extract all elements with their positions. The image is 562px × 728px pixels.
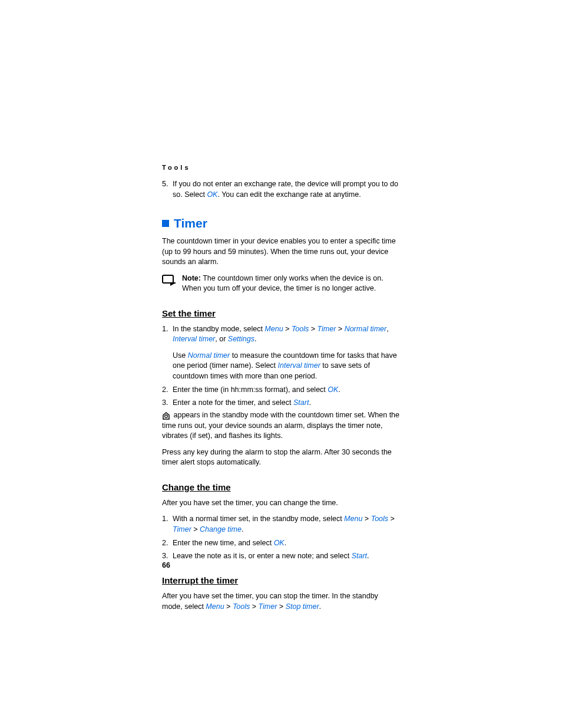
timer-indicator-icon [162,411,170,420]
list-item: 1. In the standby mode, select Menu > To… [162,324,401,382]
paragraph: Press any key during the alarm to stop t… [162,447,401,468]
list-text: In the standby mode, select Menu > Tools… [173,324,401,382]
link-menu[interactable]: Menu [344,515,362,523]
page-number: 66 [162,561,170,569]
text: > [336,325,344,333]
note-label: Note: [182,274,201,282]
link-start[interactable]: Start [293,398,309,407]
list-item: 2. Enter the new time, and select OK. [162,538,401,549]
list-item: 3. Leave the note as it is, or enter a n… [162,551,401,562]
link-menu[interactable]: Menu [206,602,224,611]
text: . [242,525,243,533]
text: > [388,515,395,523]
text: . [309,398,310,407]
list-number: 3. [162,551,173,562]
text: , or [215,335,228,343]
link-timer[interactable]: Timer [318,325,336,333]
text: Use [173,351,188,360]
link-timer[interactable]: Timer [259,602,277,611]
text: Enter a note for the timer, and select [173,398,293,407]
link-ok[interactable]: OK [328,386,338,394]
text: , [386,325,388,333]
text: > [309,325,317,333]
text: . [285,539,286,547]
list-text: Enter a note for the timer, and select S… [173,398,401,409]
list-text: Enter the time (in hh:mm:ss format), and… [173,385,401,396]
link-timer[interactable]: Timer [173,525,191,533]
list-text: With a normal timer set, in the standby … [173,514,401,535]
list-number: 1. [162,324,173,382]
subheading-change-time: Change the time [162,482,401,492]
text: Enter the new time, and select [173,539,274,547]
paragraph: After you have set the timer, you can st… [162,591,401,612]
link-interval-timer[interactable]: Interval timer [278,361,320,370]
text: Leave the note as it is, or enter a new … [173,552,352,560]
list-item: 5. If you do not enter an exchange rate,… [162,179,401,200]
text: > [250,602,258,611]
paragraph: The countdown timer in your device enabl… [162,236,401,268]
paragraph: appears in the standby mode with the cou… [162,410,401,442]
text: > [224,602,233,611]
text: > [362,515,371,523]
svg-rect-0 [163,275,173,283]
link-settings[interactable]: Settings [228,335,254,343]
category-label: Tools [162,164,401,171]
text: . [367,552,369,560]
link-start[interactable]: Start [352,552,367,560]
subheading-set-timer: Set the timer [162,308,401,318]
page-content: Tools 5. If you do not enter an exchange… [162,164,401,618]
text: With a normal timer set, in the standby … [173,515,344,523]
link-tools[interactable]: Tools [233,602,250,611]
note-block: Note: The countdown timer only works whe… [162,274,401,294]
list-number: 1. [162,514,173,535]
link-menu[interactable]: Menu [265,325,283,333]
list-item: 1. With a normal timer set, in the stand… [162,514,401,535]
list-number: 5. [162,179,173,200]
text: > [277,602,285,611]
text: The countdown timer only works when the … [182,274,384,293]
list-text: Enter the new time, and select OK. [173,538,401,549]
list-text: If you do not enter an exchange rate, th… [173,179,401,200]
text: appears in the standby mode with the cou… [162,411,399,440]
note-icon [162,275,176,289]
text: > [283,325,292,333]
text: > [191,525,200,533]
list-number: 3. [162,398,173,409]
section-heading-timer: Timer [162,216,401,230]
text: In the standby mode, select [173,325,265,333]
list-text: Leave the note as it is, or enter a new … [173,551,401,562]
link-tools[interactable]: Tools [292,325,309,333]
link-ok[interactable]: OK [274,539,285,547]
section-title: Timer [174,216,207,230]
link-stop-timer[interactable]: Stop timer [286,602,319,611]
list-item: 2. Enter the time (in hh:mm:ss format), … [162,385,401,396]
bullet-square-icon [162,220,169,227]
list-number: 2. [162,538,173,549]
text: . [254,335,256,343]
link-interval-timer[interactable]: Interval timer [173,335,215,343]
link-ok[interactable]: OK [207,190,217,199]
text: Enter the time (in hh:mm:ss format), and… [173,386,328,394]
list-number: 2. [162,385,173,396]
text: . [319,602,321,611]
subheading-interrupt-timer: Interrupt the timer [162,575,401,585]
link-change-time[interactable]: Change time [200,525,242,533]
link-normal-timer[interactable]: Normal timer [188,351,230,360]
link-normal-timer[interactable]: Normal timer [345,325,387,333]
paragraph: After you have set the timer, you can ch… [162,498,401,509]
link-tools[interactable]: Tools [371,515,388,523]
text: . You can edit the exchange rate at anyt… [217,190,361,199]
text: . [338,386,340,394]
note-text: Note: The countdown timer only works whe… [182,274,401,294]
list-item: 3. Enter a note for the timer, and selec… [162,398,401,409]
